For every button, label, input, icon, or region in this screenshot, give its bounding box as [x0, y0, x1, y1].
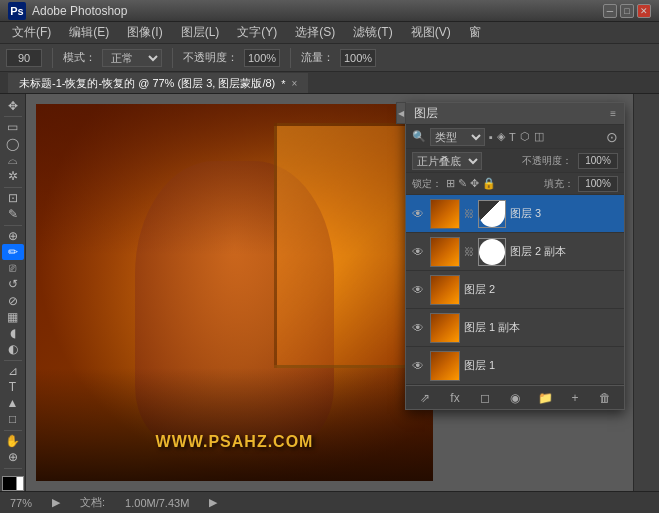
doc-size-arrow[interactable]: ▶: [209, 496, 217, 509]
layer-2copy-chain: ⛓: [464, 246, 474, 257]
zoom-level: 77%: [10, 497, 32, 509]
opacity-input[interactable]: [578, 153, 618, 169]
panel-header-controls: ≡: [610, 108, 616, 119]
menu-select[interactable]: 选择(S): [287, 22, 343, 43]
tab-close-button[interactable]: ×: [292, 78, 298, 89]
layer-row-1copy[interactable]: 👁 图层 1 副本: [406, 309, 624, 347]
menu-image[interactable]: 图像(I): [119, 22, 170, 43]
tool-history-brush[interactable]: ↺: [2, 277, 24, 292]
panel-menu-button[interactable]: ≡: [610, 108, 616, 119]
tool-spot-heal[interactable]: ⊕: [2, 228, 24, 243]
filter-smartobj-icon[interactable]: ◫: [534, 130, 544, 143]
tool-move[interactable]: ✥: [2, 98, 24, 113]
layer-1copy-name: 图层 1 副本: [464, 320, 620, 335]
layer-2-visibility[interactable]: 👁: [410, 282, 426, 298]
panel-blend-row: 正片叠底 不透明度：: [406, 149, 624, 173]
left-toolbar: ✥ ▭ ◯ ⌓ ✲ ⊡ ✎ ⊕ ✏ ⎚ ↺ ⊘ ▦ ◖ ◐ ⊿ T ▲ □ ✋ …: [0, 94, 26, 491]
tool-path-select[interactable]: ▲: [2, 396, 24, 411]
opacity-label: 不透明度：: [183, 50, 238, 65]
maximize-button[interactable]: □: [620, 4, 634, 18]
flow-label: 流量：: [301, 50, 334, 65]
menu-type[interactable]: 文字(Y): [229, 22, 285, 43]
fx-button[interactable]: fx: [445, 389, 465, 407]
tool-shape[interactable]: □: [2, 412, 24, 427]
tool-brush[interactable]: ✏: [2, 244, 24, 259]
layer-row-2[interactable]: 👁 图层 2: [406, 271, 624, 309]
layer-1-visibility[interactable]: 👁: [410, 358, 426, 374]
new-group-button[interactable]: 📁: [535, 389, 555, 407]
zoom-arrow[interactable]: ▶: [52, 496, 60, 509]
menu-filter[interactable]: 滤镜(T): [345, 22, 400, 43]
document-tab[interactable]: 未标题-1-恢复的-恢复的 @ 77% (图层 3, 图层蒙版/8) * ×: [8, 73, 308, 93]
tool-crop[interactable]: ⊡: [2, 190, 24, 205]
brush-size-control: [6, 49, 42, 67]
window-frame: [274, 123, 413, 368]
delete-layer-button[interactable]: 🗑: [595, 389, 615, 407]
filter-pixel-icon[interactable]: ▪: [489, 131, 493, 143]
lock-position-icon[interactable]: ✥: [470, 177, 479, 190]
canvas-area: WWW.PSAHZ.COM ◀ 图层 ≡ 🔍 类型 ▪ ◈: [26, 94, 633, 491]
doc-size-value: 1.00M/7.43M: [125, 497, 189, 509]
tool-marquee-ellipse[interactable]: ◯: [2, 136, 24, 151]
tool-clone-stamp[interactable]: ⎚: [2, 261, 24, 276]
tool-eraser[interactable]: ⊘: [2, 293, 24, 308]
filter-type-icon[interactable]: T: [509, 131, 516, 143]
tool-zoom[interactable]: ⊕: [2, 450, 24, 465]
link-layers-button[interactable]: ⇗: [415, 389, 435, 407]
layer-3-name: 图层 3: [510, 206, 620, 221]
panel-footer: ⇗ fx ◻ ◉ 📁 + 🗑: [406, 385, 624, 409]
menu-view[interactable]: 视图(V): [403, 22, 459, 43]
panel-lock-row: 锁定： ⊞ ✎ ✥ 🔒 填充：: [406, 173, 624, 195]
tool-pen[interactable]: ⊿: [2, 363, 24, 378]
tool-type[interactable]: T: [2, 380, 24, 395]
lock-transparent-icon[interactable]: ⊞: [446, 177, 455, 190]
layer-1-thumbnail: [430, 351, 460, 381]
canvas-document: WWW.PSAHZ.COM: [36, 104, 433, 481]
layer-3-visibility[interactable]: 👁: [410, 206, 426, 222]
filter-adjust-icon[interactable]: ◈: [497, 130, 505, 143]
app-title: Ps Adobe Photoshop: [8, 2, 127, 20]
layer-3-mask: [478, 200, 506, 228]
brush-size-input[interactable]: [6, 49, 42, 67]
new-layer-button[interactable]: +: [565, 389, 585, 407]
opacity-input[interactable]: [244, 49, 280, 67]
tool-hand[interactable]: ✋: [2, 434, 24, 449]
panel-collapse-button[interactable]: ◀: [396, 102, 406, 124]
tool-separator-1: [4, 116, 22, 117]
layer-type-dropdown[interactable]: 类型: [430, 128, 485, 146]
layer-row-3[interactable]: 👁 ⛓ 图层 3: [406, 195, 624, 233]
layers-panel: ◀ 图层 ≡ 🔍 类型 ▪ ◈ T ⬡ ◫: [405, 102, 625, 410]
layer-2copy-visibility[interactable]: 👁: [410, 244, 426, 260]
tool-marquee-rect[interactable]: ▭: [2, 120, 24, 135]
tool-gradient[interactable]: ▦: [2, 309, 24, 324]
filter-toggle[interactable]: ⊙: [606, 129, 618, 145]
tool-dodge[interactable]: ◐: [2, 341, 24, 356]
color-boxes[interactable]: [2, 476, 24, 491]
tool-lasso[interactable]: ⌓: [2, 152, 24, 167]
foreground-color[interactable]: [2, 476, 17, 491]
tool-eyedropper[interactable]: ✎: [2, 206, 24, 221]
minimize-button[interactable]: ─: [603, 4, 617, 18]
layer-1copy-thumbnail: [430, 313, 460, 343]
lock-pixels-icon[interactable]: ✎: [458, 177, 467, 190]
layer-row-2copy[interactable]: 👁 ⛓ 图层 2 副本: [406, 233, 624, 271]
menu-layer[interactable]: 图层(L): [173, 22, 228, 43]
tool-magic-wand[interactable]: ✲: [2, 168, 24, 183]
add-mask-button[interactable]: ◻: [475, 389, 495, 407]
menu-file[interactable]: 文件(F): [4, 22, 59, 43]
mode-dropdown[interactable]: 正常: [102, 49, 162, 67]
tool-blur[interactable]: ◖: [2, 325, 24, 340]
close-button[interactable]: ✕: [637, 4, 651, 18]
menu-bar: 文件(F) 编辑(E) 图像(I) 图层(L) 文字(Y) 选择(S) 滤镜(T…: [0, 22, 659, 44]
separator2: [172, 48, 173, 68]
menu-window[interactable]: 窗: [461, 22, 489, 43]
adjustment-button[interactable]: ◉: [505, 389, 525, 407]
lock-all-icon[interactable]: 🔒: [482, 177, 496, 190]
filter-shape-icon[interactable]: ⬡: [520, 130, 530, 143]
fill-input[interactable]: [578, 176, 618, 192]
layer-1copy-visibility[interactable]: 👁: [410, 320, 426, 336]
flow-input[interactable]: [340, 49, 376, 67]
blend-mode-dropdown[interactable]: 正片叠底: [412, 152, 482, 170]
menu-edit[interactable]: 编辑(E): [61, 22, 117, 43]
layer-row-1[interactable]: 👁 图层 1: [406, 347, 624, 385]
